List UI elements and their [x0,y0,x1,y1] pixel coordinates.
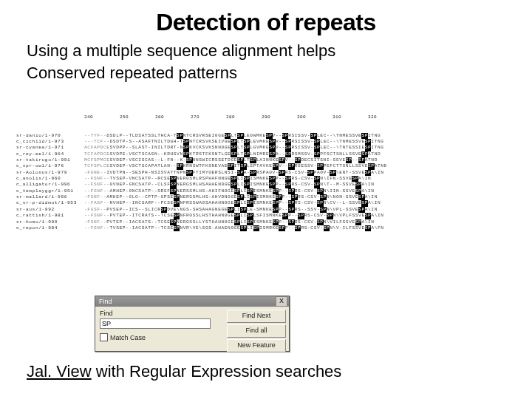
alignment-panel: 240 250 260 270 280 290 300 310 320 sr-d… [0,102,532,238]
sequence-id: sr-takirugu/1-991 [16,157,84,163]
sequence-id: c_alligator/1-996 [16,182,84,188]
match-case-label: Match Case [110,334,146,341]
find-input[interactable] [100,318,211,329]
sequence-id: c_templayggr/1-951 [16,188,84,194]
find-all-button[interactable]: Find all [227,324,286,338]
sequence-residues: TCFAPDCESVDPE-VSCTSCASN--KRHSVNSPKTRSTFK… [84,151,381,157]
sequence-id: sr-Aolosus/1-979 [16,170,84,176]
sequence-residues: --FSNF--PVTEP--ITCRATS--TCSESPNFR0SSLHST… [84,213,384,219]
alignment-row: sr-aus/1-992-FGSF--PVSEP--ICS--SLICRSPDV… [16,207,519,213]
find-next-button[interactable]: Find Next [227,310,286,323]
sequence-id: c_anolis/1-960 [16,176,84,182]
alignment-row: sr-mallard/1-986-FGNF--AMHEP--GLG--CPTP-… [16,194,519,200]
slide-title: Detection of repeats [0,9,532,36]
sequence-id: sr-aus/1-992 [16,207,84,213]
sequence-residues: -FGNE--IVDTPN--SESPH-NSISVATTNPNSPFTIMY0… [84,170,384,176]
find-label: Find [100,310,222,317]
sequence-id: c_rey-eel/1-964 [16,151,84,157]
sequence-residues: -FGSF--PVSEP--ICS--SLICRSPDVE\NGS-SHSAHA… [84,207,378,213]
sequence-id: c_cichlid/1-973 [16,139,84,145]
sequence-id: sr-danio/1-970 [16,133,84,139]
alignment-row: c_anolis/1-960--FSNF--TVSEP-VNCSATP--RCS… [16,176,519,182]
match-case-checkbox[interactable]: Match Case [100,333,222,341]
alignment-row: c_alligator/1-996--FSNF--0VNEP-GNCSATP--… [16,182,519,188]
alignment-row: c_rattish/1-981--FSNF--PVTEP--ITCRATS--T… [16,213,519,219]
sequence-residues: --FSNF--0VNEP-GNCSATP--CLSFSPNERGSMLHSAH… [84,182,375,188]
alignment-row: sr-danio/1-970--TYF--DSDLP--TLDSATSSLTHC… [16,133,519,139]
subtitle-line-2: Conserved repeated patterns [27,63,532,83]
alignment-row: c_repon/1-984--FGNF--TVSEP--IACSATP--TCS… [16,225,519,231]
alignment-row: c_cichlid/1-973---TCF--DSDTP-S--ASAFTNIL… [16,139,519,145]
alignment-row: c_sr-p-didmut/1-953--FASF--NVHEP--INCSAR… [16,200,519,206]
alignment-ruler: 240 250 260 270 280 290 300 310 320 [84,115,519,120]
sequence-residues: --FGNF--TVSEP--IACSATP--TCSESPNVR\VE\S0S… [84,225,384,231]
alignment-rows: sr-danio/1-970--TYF--DSDLP--TLDSATSSLTHC… [16,133,519,232]
sequence-residues: --FGNF--AMHEP-0NCSATP--SRSFSPNERSSMLHS-A… [84,188,375,194]
sequence-residues: -FSNF--PVTEP--IACSATS--TCSESPNER0SSLLYST… [84,219,375,225]
footer-text: Jal. View with Regular Expression search… [27,362,341,381]
sequence-id: c_repon/1-984 [16,225,84,231]
sequence-residues: -FGNF--AMHEP--GLG--CPTP-GPSESPNERGSMLHS-… [84,194,378,200]
sequence-residues: --TYF--DSDLP--TLDSATSSLTHCA-TSPNTCRSVRSE… [84,133,381,139]
close-icon[interactable]: X [276,296,287,307]
checkbox-icon[interactable] [100,333,108,341]
alignment-row: c_rey-eel/1-964TCFAPDCESVDPE-VSCTSCASN--… [16,151,519,157]
footer-link: Jal. View [27,362,92,381]
find-dialog-title-label: Find [99,298,112,305]
new-feature-button[interactable]: New Feature [227,339,286,352]
sequence-residues: --FSNF--TVSEP-VNCSATP--RCSESPNER0SMLRSPH… [84,176,371,182]
alignment-row: sr-Aolosus/1-979-FGNE--IVDTPN--SESPH-NSI… [16,170,519,176]
sequence-id: sr-cyanea/1-971 [16,145,84,151]
sequence-id: sr-homo/1-990 [16,219,84,225]
alignment-row: c_templayggr/1-951--FGNF--AMHEP-0NCSATP-… [16,188,519,194]
alignment-row: sr-homo/1-990-FSNF--PVTEP--IACSATS--TCSE… [16,219,519,225]
sequence-id: c_spr-owl/1-976 [16,163,84,169]
alignment-row: sr-takirugu/1-991MCFSPMCESVDEP-VSCISCAS-… [16,157,519,163]
sequence-id: sr-mallard/1-986 [16,194,84,200]
sequence-residues: --FASF--NVHEP--INCSARF--PCSESPNFRSSWA0SA… [84,200,381,206]
alignment-row: c_spr-owl/1-976TCFSPLCESVDEP-VSCTSCAPATL… [16,163,519,169]
sequence-residues: ACFAPDCESVDPP--SLAST-INILTDRT-NSPKVCKSVK… [84,145,384,151]
sequence-residues: MCFSPMCESVDEP-VSCISCAS--L-FN--K-SPHNSWIC… [84,157,378,163]
find-dialog: Find X Find Match Case Find Next Find al… [95,296,290,352]
footer-rest: with Regular Expression searches [92,362,342,381]
alignment-row: sr-cyanea/1-971ACFAPDCESVDPP--SLAST-INIL… [16,145,519,151]
sequence-residues: ---TCF--DSDTP-S--ASAFTNILTDGH-TSPNTCRSVK… [84,139,384,145]
subtitle-line-1: Using a multiple sequence alignment help… [27,41,532,61]
find-dialog-titlebar[interactable]: Find X [95,296,289,307]
sequence-id: c_rattish/1-981 [16,213,84,219]
sequence-id: c_sr-p-didmut/1-953 [16,200,84,206]
sequence-residues: TCFSPLCESVDEP-VSCTSCAPATLAN--SPKRNSWTFKS… [84,163,387,169]
